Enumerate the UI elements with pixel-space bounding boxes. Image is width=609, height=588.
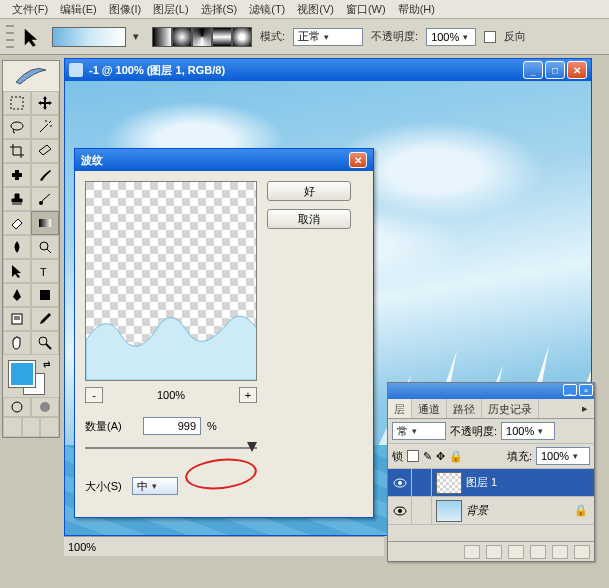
zoom-tool-icon[interactable] <box>31 331 59 355</box>
zoom-in-button[interactable]: + <box>239 387 257 403</box>
notes-tool-icon[interactable] <box>3 307 31 331</box>
grip-icon[interactable] <box>6 25 14 49</box>
layer-row[interactable]: 背景 🔒 <box>388 497 594 525</box>
type-tool-icon[interactable]: T <box>31 259 59 283</box>
path-select-icon[interactable] <box>3 259 31 283</box>
gradient-tool-icon[interactable] <box>31 211 59 235</box>
link-cell[interactable] <box>412 497 432 525</box>
ok-button[interactable]: 好 <box>267 181 351 201</box>
gradient-reflected-icon[interactable] <box>212 27 232 47</box>
blend-mode-dropdown[interactable]: 正常 <box>293 28 363 46</box>
wand-tool-icon[interactable] <box>31 115 59 139</box>
menu-file[interactable]: 文件(F) <box>6 2 54 17</box>
zoom-out-button[interactable]: - <box>85 387 103 403</box>
link-cell[interactable] <box>412 469 432 497</box>
marquee-tool-icon[interactable] <box>3 91 31 115</box>
layer-blend-dropdown[interactable]: 常 <box>392 422 446 440</box>
heal-tool-icon[interactable] <box>3 163 31 187</box>
document-title: -1 @ 100% (图层 1, RGB/8) <box>89 63 517 78</box>
shape-tool-icon[interactable] <box>31 283 59 307</box>
gradient-picker[interactable] <box>52 27 126 47</box>
eyedropper-tool-icon[interactable] <box>31 307 59 331</box>
foreground-color-swatch[interactable] <box>9 361 35 387</box>
eraser-tool-icon[interactable] <box>3 211 31 235</box>
gradient-diamond-icon[interactable] <box>232 27 252 47</box>
maximize-button[interactable]: □ <box>545 61 565 79</box>
gradient-linear-icon[interactable] <box>152 27 172 47</box>
panel-minimize-icon[interactable]: _ <box>563 384 577 396</box>
options-bar: 模式: 正常 不透明度: 100% 反向 <box>0 19 609 55</box>
size-label: 大小(S) <box>85 479 122 494</box>
visibility-icon[interactable] <box>388 497 412 525</box>
dialog-titlebar[interactable]: 波纹 ✕ <box>75 149 373 171</box>
history-brush-icon[interactable] <box>31 187 59 211</box>
menu-edit[interactable]: 编辑(E) <box>54 2 103 17</box>
status-bar: 100% <box>64 536 384 556</box>
new-set-icon[interactable] <box>508 545 524 559</box>
dodge-tool-icon[interactable] <box>31 235 59 259</box>
gradient-angle-icon[interactable] <box>192 27 212 47</box>
screen-standard-icon[interactable] <box>3 417 22 437</box>
new-layer-icon[interactable] <box>552 545 568 559</box>
blur-tool-icon[interactable] <box>3 235 31 259</box>
layer-thumbnail[interactable] <box>436 472 462 494</box>
fill-field[interactable]: 100% <box>536 447 590 465</box>
tool-preset-icon[interactable] <box>22 26 44 48</box>
delete-layer-icon[interactable] <box>574 545 590 559</box>
pen-tool-icon[interactable] <box>3 283 31 307</box>
lock-move-icon[interactable]: ✥ <box>436 450 445 463</box>
minimize-button[interactable]: _ <box>523 61 543 79</box>
new-adjust-icon[interactable] <box>530 545 546 559</box>
cancel-button[interactable]: 取消 <box>267 209 351 229</box>
amount-slider[interactable] <box>85 441 257 455</box>
layer-thumbnail[interactable] <box>436 500 462 522</box>
brush-tool-icon[interactable] <box>31 163 59 187</box>
hand-tool-icon[interactable] <box>3 331 31 355</box>
menu-layer[interactable]: 图层(L) <box>147 2 194 17</box>
filter-preview[interactable] <box>85 181 257 381</box>
tab-channels[interactable]: 通道 <box>412 399 447 418</box>
standard-mode-icon[interactable] <box>3 397 31 417</box>
menu-help[interactable]: 帮助(H) <box>392 2 441 17</box>
quickmask-mode-icon[interactable] <box>31 397 59 417</box>
opacity-field[interactable]: 100% <box>426 28 476 46</box>
document-titlebar[interactable]: -1 @ 100% (图层 1, RGB/8) _ □ ✕ <box>65 59 591 81</box>
slice-tool-icon[interactable] <box>31 139 59 163</box>
layer-opacity-field[interactable]: 100% <box>501 422 555 440</box>
panel-close-icon[interactable]: × <box>579 384 593 396</box>
zoom-value: 100% <box>157 389 185 401</box>
visibility-icon[interactable] <box>388 469 412 497</box>
amount-field[interactable] <box>143 417 201 435</box>
panel-menu-icon[interactable]: ▸ <box>576 399 594 418</box>
layer-mask-icon[interactable] <box>486 545 502 559</box>
screen-full-menubar-icon[interactable] <box>22 417 41 437</box>
gradient-radial-icon[interactable] <box>172 27 192 47</box>
tab-layers[interactable]: 层 <box>388 399 412 418</box>
status-zoom[interactable]: 100% <box>68 541 96 553</box>
menu-image[interactable]: 图像(I) <box>103 2 147 17</box>
menu-filter[interactable]: 滤镜(T) <box>243 2 291 17</box>
screen-full-icon[interactable] <box>40 417 59 437</box>
lock-paint-icon[interactable]: ✎ <box>423 450 432 463</box>
dialog-close-button[interactable]: ✕ <box>349 152 367 168</box>
tab-history[interactable]: 历史记录 <box>482 399 539 418</box>
crop-tool-icon[interactable] <box>3 139 31 163</box>
layer-name[interactable]: 图层 1 <box>466 475 497 490</box>
menu-select[interactable]: 选择(S) <box>195 2 244 17</box>
lock-all-icon[interactable]: 🔒 <box>449 450 463 463</box>
stamp-tool-icon[interactable] <box>3 187 31 211</box>
lasso-tool-icon[interactable] <box>3 115 31 139</box>
reverse-checkbox[interactable] <box>484 31 496 43</box>
menu-view[interactable]: 视图(V) <box>291 2 340 17</box>
menu-window[interactable]: 窗口(W) <box>340 2 392 17</box>
tab-paths[interactable]: 路径 <box>447 399 482 418</box>
size-dropdown[interactable]: 中 <box>132 477 178 495</box>
layer-row[interactable]: 图层 1 <box>388 469 594 497</box>
svg-rect-3 <box>15 170 19 180</box>
layer-style-icon[interactable] <box>464 545 480 559</box>
close-button[interactable]: ✕ <box>567 61 587 79</box>
lock-transparency-icon[interactable] <box>407 450 419 462</box>
layer-name[interactable]: 背景 <box>466 503 488 518</box>
move-tool-icon[interactable] <box>31 91 59 115</box>
swap-colors-icon[interactable]: ⇄ <box>43 359 51 369</box>
